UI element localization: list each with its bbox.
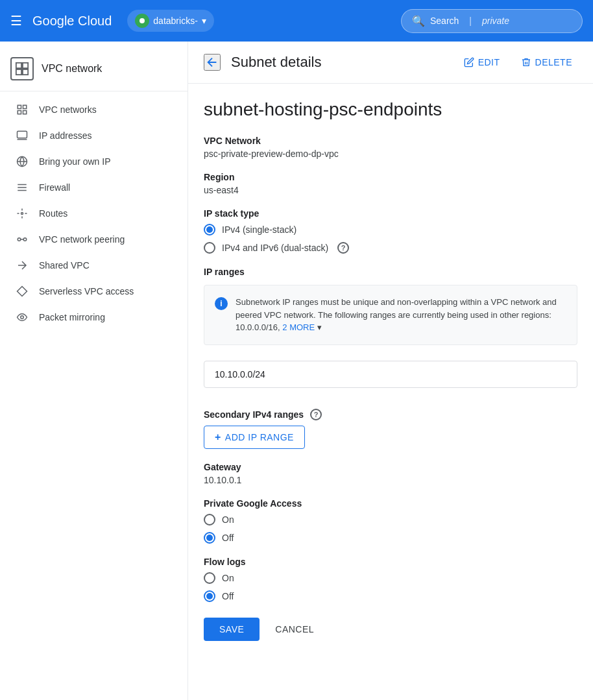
sidebar-item-packet-mirroring[interactable]: Packet mirroring xyxy=(0,304,182,330)
radio-fl-off[interactable]: Off xyxy=(204,590,577,602)
sidebar-header: VPC network xyxy=(0,52,188,91)
ip-stack-label: IP stack type xyxy=(204,208,577,219)
project-selector[interactable]: databricks- ▾ xyxy=(127,10,213,32)
region-value: us-east4 xyxy=(204,185,577,195)
save-button[interactable]: SAVE xyxy=(204,618,260,641)
sidebar-item-routes[interactable]: Routes xyxy=(0,200,182,226)
ip-stack-radio-group: IPv4 (single-stack) IPv4 and IPv6 (dual-… xyxy=(204,224,577,254)
ip-addresses-icon xyxy=(16,129,29,142)
subnet-name: subnet-hosting-psc-endpoints xyxy=(204,99,577,120)
project-badge: databricks- ▾ xyxy=(135,14,206,28)
svg-point-21 xyxy=(23,238,27,241)
vpc-network-section: VPC Network psc-private-preview-demo-dp-… xyxy=(204,136,577,159)
menu-icon[interactable]: ☰ xyxy=(10,13,22,29)
project-dot-icon xyxy=(135,14,149,28)
action-buttons: SAVE CANCEL xyxy=(204,618,577,641)
sidebar-label-firewall: Firewall xyxy=(39,182,70,193)
sidebar-title: VPC network xyxy=(42,63,102,75)
svg-rect-6 xyxy=(18,111,21,114)
gateway-section: Gateway 10.10.0.1 xyxy=(204,462,577,485)
radio-fl-on[interactable]: On xyxy=(204,572,577,584)
more-link[interactable]: 2 MORE xyxy=(282,322,315,332)
svg-rect-2 xyxy=(16,69,21,75)
radio-fl-off-label: Off xyxy=(222,591,234,601)
sidebar-item-ip-addresses[interactable]: IP addresses xyxy=(0,123,182,149)
routes-icon xyxy=(16,207,29,220)
edit-label: EDIT xyxy=(478,57,500,67)
shared-vpc-icon xyxy=(16,259,29,272)
svg-rect-3 xyxy=(23,69,28,75)
svg-rect-0 xyxy=(16,63,21,68)
page-title: Subnet details xyxy=(231,54,448,71)
radio-fl-on-label: On xyxy=(222,573,234,583)
flow-logs-radio-group: On Off xyxy=(204,572,577,602)
sidebar-item-bring-own-ip[interactable]: Bring your own IP xyxy=(0,149,182,175)
radio-ipv4-ipv6-dual[interactable]: IPv4 and IPv6 (dual-stack) ? xyxy=(204,242,577,254)
plus-icon: + xyxy=(215,431,221,443)
sidebar-item-vpc-peering[interactable]: VPC network peering xyxy=(0,226,182,252)
sidebar-label-shared-vpc: Shared VPC xyxy=(39,260,90,271)
radio-ipv4-ipv6-dual-label: IPv4 and IPv6 (dual-stack) xyxy=(222,243,328,253)
vpc-network-label: VPC Network xyxy=(204,136,577,146)
private-google-section: Private Google Access On Off xyxy=(204,498,577,544)
google-cloud-logo[interactable]: Google Cloud xyxy=(32,14,112,29)
edit-button[interactable]: EDIT xyxy=(459,52,505,73)
radio-pga-on-label: On xyxy=(222,514,234,525)
info-icon: i xyxy=(215,297,228,310)
vpc-peering-icon xyxy=(16,233,29,246)
add-ip-range-button[interactable]: + ADD IP RANGE xyxy=(204,426,305,449)
logo-text: Google Cloud xyxy=(32,14,112,29)
private-google-radio-group: On Off xyxy=(204,514,577,544)
svg-rect-7 xyxy=(23,111,27,114)
sidebar-label-packet-mirroring: Packet mirroring xyxy=(39,312,105,322)
ip-ranges-section: IP ranges i Subnetwork IP ranges must be… xyxy=(204,267,577,396)
packet-mirroring-icon xyxy=(16,311,29,324)
ip-ranges-info-box: i Subnetwork IP ranges must be unique an… xyxy=(204,285,577,345)
delete-button[interactable]: DELETE xyxy=(516,52,577,73)
dual-stack-help-icon[interactable]: ? xyxy=(337,242,349,254)
secondary-ipv4-header: Secondary IPv4 ranges ? xyxy=(204,409,577,420)
sidebar: VPC network VPC networks IP addresses Br… xyxy=(0,42,188,700)
header: ☰ Google Cloud databricks- ▾ 🔍 Search | … xyxy=(0,0,593,42)
back-button[interactable] xyxy=(204,54,221,71)
svg-rect-8 xyxy=(18,131,27,138)
vpc-network-value: psc-private-preview-demo-dp-vpc xyxy=(204,149,577,159)
ip-range-input[interactable] xyxy=(204,361,577,388)
radio-pga-on-circle xyxy=(204,514,215,525)
sidebar-item-shared-vpc[interactable]: Shared VPC xyxy=(0,252,182,278)
sidebar-item-vpc-networks[interactable]: VPC networks xyxy=(0,97,182,123)
serverless-vpc-icon xyxy=(16,285,29,298)
main-content: Subnet details EDIT DELETE subnet-hostin… xyxy=(188,42,593,700)
radio-fl-on-circle xyxy=(204,572,215,584)
ip-stack-section: IP stack type IPv4 (single-stack) IPv4 a… xyxy=(204,208,577,254)
bring-own-ip-icon xyxy=(16,155,29,168)
radio-pga-off[interactable]: Off xyxy=(204,532,577,544)
search-bar[interactable]: 🔍 Search | private xyxy=(401,9,583,33)
gateway-value: 10.10.0.1 xyxy=(204,475,577,485)
svg-point-15 xyxy=(21,213,23,215)
search-label: Search xyxy=(430,16,459,26)
sidebar-label-bring-own-ip: Bring your own IP xyxy=(39,156,111,167)
vpc-networks-icon xyxy=(16,103,29,116)
add-ip-range-label: ADD IP RANGE xyxy=(225,432,294,442)
search-query: private xyxy=(482,16,509,26)
secondary-ipv4-help-icon[interactable]: ? xyxy=(310,409,322,420)
secondary-ipv4-section: Secondary IPv4 ranges ? + ADD IP RANGE xyxy=(204,409,577,449)
region-section: Region us-east4 xyxy=(204,172,577,195)
cancel-button[interactable]: CANCEL xyxy=(265,618,324,641)
sidebar-item-serverless-vpc[interactable]: Serverless VPC access xyxy=(0,278,182,304)
sidebar-item-firewall[interactable]: Firewall xyxy=(0,175,182,200)
secondary-ipv4-label: Secondary IPv4 ranges xyxy=(204,409,304,420)
region-label: Region xyxy=(204,172,577,182)
edit-icon xyxy=(464,57,474,67)
info-box-text: Subnetwork IP ranges must be unique and … xyxy=(236,296,566,334)
sidebar-label-serverless-vpc: Serverless VPC access xyxy=(39,286,134,296)
radio-pga-on[interactable]: On xyxy=(204,514,577,525)
svg-point-20 xyxy=(18,238,21,241)
radio-pga-off-circle xyxy=(204,532,215,544)
svg-rect-1 xyxy=(23,63,28,68)
radio-ipv4-single[interactable]: IPv4 (single-stack) xyxy=(204,224,577,235)
flow-logs-section: Flow logs On Off xyxy=(204,557,577,602)
vpc-network-icon xyxy=(10,57,34,80)
sidebar-label-ip-addresses: IP addresses xyxy=(39,130,91,141)
